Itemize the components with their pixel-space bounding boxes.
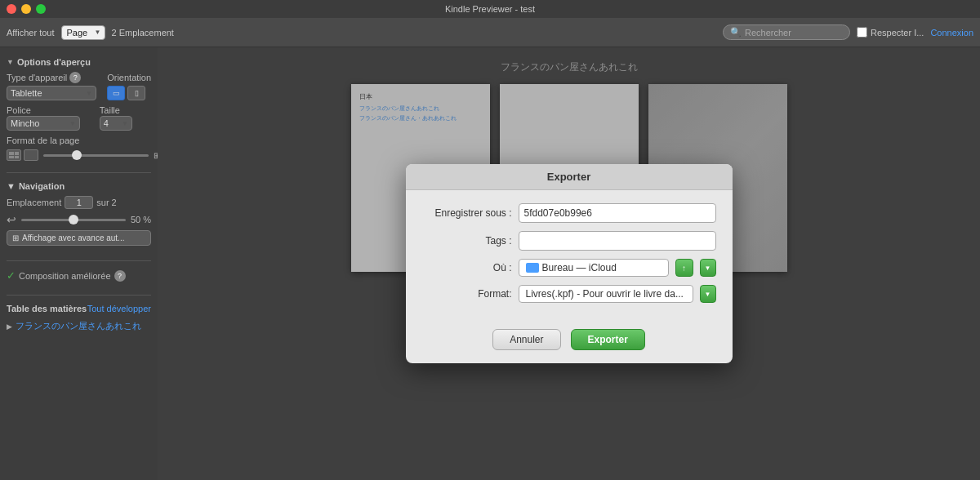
- slider-row: ⊞: [43, 151, 158, 160]
- book-arrow-icon: ▶: [7, 322, 12, 331]
- search-input[interactable]: [745, 28, 843, 38]
- composition-help-icon[interactable]: ?: [114, 270, 126, 282]
- window-title: Kindle Previewer - test: [445, 4, 535, 14]
- search-icon: 🔍: [730, 27, 742, 38]
- export-dialog: Exporter Enregistrer sous : Tags : Où: [406, 164, 733, 363]
- book-title-item[interactable]: ▶ フランスのパン屋さんあれこれ: [0, 317, 158, 336]
- composition-check-icon: ✓: [7, 269, 16, 282]
- emplacement-nav-label: Emplacement: [7, 198, 61, 207]
- afficher-tout-label: Afficher tout: [7, 28, 55, 38]
- respecter-checkbox-row[interactable]: Respecter I...: [857, 27, 924, 38]
- format-select-button[interactable]: Livres(.kpf) - Pour ouvrir le livre da..…: [519, 285, 693, 303]
- avance-button[interactable]: ⊞ Affichage avec avance aut...: [7, 230, 151, 246]
- font-select[interactable]: Mincho: [7, 116, 80, 131]
- composition-label: Composition améliorée: [19, 271, 111, 281]
- folder-icon: [526, 263, 539, 273]
- type-appareil-label: Type d'appareil: [7, 73, 67, 82]
- composition-row[interactable]: ✓ Composition améliorée ?: [7, 269, 151, 282]
- nav-arrow-icon: ▼: [7, 181, 16, 191]
- main-area: ▼ Options d'aperçu Type d'appareil ? Tab…: [0, 47, 980, 480]
- enregistrer-row: Enregistrer sous :: [422, 203, 716, 223]
- taille-label: Taille: [100, 105, 120, 115]
- size-select-wrapper[interactable]: 4: [100, 116, 132, 131]
- title-bar: Kindle Previewer - test: [0, 0, 980, 18]
- close-button[interactable]: [7, 4, 16, 14]
- respecter-checkbox[interactable]: [857, 27, 867, 38]
- folder-name: Bureau — iCloud: [542, 262, 617, 273]
- avance-icon: ⊞: [12, 233, 19, 242]
- zoom-row: ↩ 50 %: [7, 213, 151, 226]
- dialog-body: Enregistrer sous : Tags : Où : Bureau —: [406, 190, 733, 329]
- search-box[interactable]: 🔍: [723, 24, 850, 40]
- page-select-wrapper[interactable]: Page: [61, 25, 105, 40]
- toolbar: Afficher tout Page 2 Emplacement 🔍 Respe…: [0, 18, 980, 47]
- sidebar: ▼ Options d'aperçu Type d'appareil ? Tab…: [0, 47, 158, 480]
- ou-row: Où : Bureau — iCloud ↑ ▼: [422, 259, 716, 277]
- dialog-footer: Annuler Exporter: [406, 329, 733, 363]
- toc-row: Table des matières Tout développer: [0, 300, 158, 317]
- page-select[interactable]: Page: [61, 25, 105, 40]
- dialog-overlay: Exporter Enregistrer sous : Tags : Où: [158, 47, 980, 480]
- navigation-label: Navigation: [19, 181, 65, 191]
- enregistrer-input[interactable]: [519, 203, 716, 223]
- divider-2: [7, 260, 151, 261]
- tags-row: Tags :: [422, 231, 716, 251]
- divider-1: [7, 172, 151, 173]
- connexion-link[interactable]: Connexion: [930, 28, 973, 38]
- emplacement-input[interactable]: [65, 196, 93, 209]
- font-select-wrapper[interactable]: Mincho: [7, 116, 80, 131]
- format-page-row: ⊞: [7, 149, 151, 161]
- composition-section: ✓ Composition améliorée ?: [0, 266, 158, 290]
- folder-dropdown-button[interactable]: ▼: [700, 259, 716, 277]
- folder-up-button[interactable]: ↑: [675, 259, 693, 277]
- format-value: Livres(.kpf) - Pour ouvrir le livre da..…: [526, 288, 684, 300]
- zoom-label: 50 %: [131, 215, 151, 224]
- options-title: ▼ Options d'aperçu: [7, 57, 151, 67]
- tags-input[interactable]: [519, 231, 716, 251]
- content-area: フランスのパン屋さんあれこれ 日本 フランスのパン屋さんあれこれ フランスのパン…: [158, 47, 980, 480]
- annuler-button[interactable]: Annuler: [492, 329, 560, 350]
- device-select-wrapper[interactable]: Tablette: [7, 86, 96, 100]
- tout-developper-link[interactable]: Tout développer: [87, 304, 151, 313]
- police-label: Police: [7, 105, 31, 115]
- size-select[interactable]: 4: [100, 116, 132, 131]
- dialog-title: Exporter: [406, 164, 733, 190]
- format-icon-grid[interactable]: [7, 149, 21, 161]
- format-row: Format: Livres(.kpf) - Pour ouvrir le li…: [422, 285, 716, 303]
- back-icon[interactable]: ↩: [7, 213, 16, 226]
- enregistrer-label: Enregistrer sous :: [422, 207, 512, 219]
- zoom-slider[interactable]: [21, 219, 126, 221]
- exporter-button[interactable]: Exporter: [571, 329, 645, 350]
- format-page-label: Format de la page: [7, 136, 79, 145]
- toc-label: Table des matières: [7, 304, 87, 313]
- navigation-title: ▼ Navigation: [7, 181, 151, 191]
- portrait-button[interactable]: ▭: [107, 86, 125, 100]
- options-label: Options d'aperçu: [17, 57, 91, 67]
- device-select[interactable]: Tablette: [7, 86, 96, 100]
- format-slider[interactable]: [43, 154, 149, 157]
- ou-label: Où :: [422, 262, 512, 273]
- options-section: ▼ Options d'aperçu Type d'appareil ? Tab…: [0, 54, 158, 167]
- type-help-icon[interactable]: ?: [69, 72, 81, 83]
- avance-label: Affichage avec avance aut...: [22, 233, 124, 242]
- tags-label: Tags :: [422, 235, 512, 247]
- divider-3: [7, 295, 151, 296]
- emplacement-row: Emplacement sur 2: [7, 196, 151, 209]
- options-arrow-icon: ▼: [7, 58, 14, 66]
- folder-button[interactable]: Bureau — iCloud: [519, 259, 669, 277]
- window-controls: [7, 4, 46, 14]
- minimize-button[interactable]: [21, 4, 31, 14]
- orientation-label: Orientation: [107, 73, 151, 82]
- format-arrow-button[interactable]: ▼: [700, 285, 716, 303]
- orientation-buttons: ▭ ▯: [107, 86, 151, 100]
- format-icons: [7, 149, 38, 161]
- navigation-section: ▼ Navigation Emplacement sur 2 ↩ 50 % ⊞ …: [0, 178, 158, 256]
- format-icon-single[interactable]: [24, 149, 38, 161]
- maximize-button[interactable]: [36, 4, 46, 14]
- format-label: Format:: [422, 288, 512, 300]
- landscape-button[interactable]: ▯: [127, 86, 145, 100]
- respecter-label: Respecter I...: [871, 28, 924, 38]
- emplacement-label: 2 Emplacement: [112, 28, 174, 38]
- sur-label: sur 2: [96, 198, 116, 207]
- book-title-label: フランスのパン屋さんあれこれ: [16, 320, 141, 332]
